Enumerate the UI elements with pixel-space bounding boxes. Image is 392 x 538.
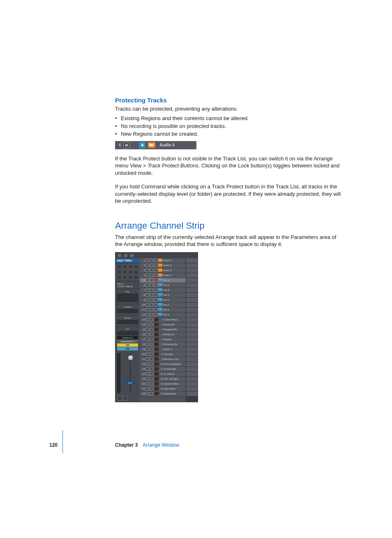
arrange-lane-segment[interactable] (186, 332, 198, 337)
track-row[interactable]: 2816Soundtrack (140, 392, 186, 397)
track-row[interactable]: 131Grand Piano (140, 318, 186, 322)
mute-button[interactable] (146, 278, 149, 282)
solo-button[interactable] (150, 303, 153, 306)
solo-button[interactable] (150, 392, 153, 395)
bypass-button[interactable]: Off (117, 343, 138, 347)
solo-button[interactable] (150, 283, 153, 287)
solo-button[interactable] (123, 396, 128, 401)
mute-button[interactable]: M (123, 142, 130, 148)
solo-button[interactable] (150, 313, 153, 316)
track-row[interactable]: 5Inst 1 (140, 278, 186, 283)
arrange-lane-segment[interactable] (186, 308, 198, 313)
arrange-lane-segment[interactable] (186, 278, 198, 283)
solo-button[interactable] (150, 293, 153, 297)
traffic-light-icon[interactable] (117, 253, 122, 258)
mute-button[interactable] (146, 348, 149, 351)
tool-button[interactable] (117, 275, 122, 280)
mute-button[interactable] (146, 298, 149, 301)
arrange-lane-segment[interactable] (186, 258, 198, 263)
lock-icon[interactable] (139, 142, 145, 148)
solo-button[interactable] (150, 298, 153, 301)
arrange-lane-segment[interactable] (186, 382, 198, 387)
arrange-lane-segment[interactable] (186, 322, 198, 327)
solo-button[interactable] (150, 382, 153, 385)
solo-button[interactable] (150, 367, 153, 371)
arrange-lane-segment[interactable] (186, 318, 198, 322)
arrange-lane-segment[interactable] (186, 352, 198, 357)
output-slot[interactable]: Output1-2 (117, 336, 138, 339)
tool-button[interactable] (122, 264, 127, 269)
volume-fader[interactable]: 0.0 (122, 353, 138, 393)
mute-button[interactable] (146, 357, 149, 361)
track-row[interactable]: 208Trumpet (140, 352, 186, 357)
tool-button[interactable] (128, 264, 133, 269)
track-row[interactable]: 164Muted Gt. (140, 332, 186, 337)
solo-button[interactable] (150, 318, 153, 321)
record-enable-button[interactable] (154, 313, 157, 316)
tool-button[interactable] (134, 264, 138, 269)
track-row[interactable]: 2210Drums Mapped (140, 362, 186, 367)
record-enable-button[interactable] (154, 293, 157, 297)
track-row[interactable]: 197Brass 1 (140, 347, 186, 352)
solo-button[interactable] (150, 328, 153, 331)
track-row[interactable]: 2614Square Wave (140, 382, 186, 387)
mute-button[interactable] (146, 303, 149, 306)
solo-button[interactable] (150, 274, 153, 277)
bypass-button[interactable]: Off (117, 347, 138, 350)
record-enable-button[interactable] (154, 269, 157, 272)
mute-button[interactable] (146, 382, 149, 385)
fader-knob-icon[interactable] (128, 355, 134, 361)
track-row[interactable]: 7Inst 3 (140, 288, 186, 293)
track-row[interactable]: 12Inst 4 (140, 313, 186, 318)
arrange-lane-segment[interactable] (186, 293, 198, 298)
solo-button[interactable] (150, 372, 153, 376)
mute-button[interactable] (146, 367, 149, 371)
arrange-lane-segment[interactable] (186, 283, 198, 288)
arrange-lane-segment[interactable] (186, 372, 198, 377)
mute-button[interactable] (146, 343, 149, 346)
mute-button[interactable] (146, 338, 149, 341)
inserts-section[interactable]: Inserts (115, 304, 140, 315)
tool-button[interactable] (117, 270, 122, 274)
arrange-lane-segment[interactable] (186, 273, 198, 278)
track-row[interactable]: 2Audio 2 (140, 263, 186, 268)
tool-button[interactable] (122, 275, 127, 280)
arrange-lane-segment[interactable] (186, 362, 198, 367)
arrange-lane-segment[interactable] (186, 263, 198, 268)
solo-button[interactable] (150, 308, 153, 311)
mute-button[interactable] (146, 259, 149, 262)
solo-button[interactable] (150, 288, 153, 292)
solo-button[interactable] (150, 343, 153, 346)
tool-button[interactable] (128, 270, 133, 274)
record-enable-button[interactable] (154, 288, 157, 292)
mute-button[interactable] (146, 274, 149, 277)
track-row[interactable]: 175Strings (140, 337, 186, 342)
arrange-lane-segment[interactable] (186, 298, 198, 303)
arrange-lane-segment[interactable] (186, 347, 198, 352)
traffic-light-icon[interactable] (123, 253, 128, 258)
solo-button[interactable] (150, 259, 153, 262)
tool-button[interactable] (134, 275, 138, 280)
mute-button[interactable] (146, 333, 149, 336)
mute-button[interactable] (146, 288, 149, 292)
track-row[interactable]: 2513Syn. Strings1 (140, 377, 186, 382)
track-row[interactable]: 3Audio 3 (140, 268, 186, 273)
mute-button[interactable] (146, 313, 149, 316)
record-enable-button[interactable] (154, 303, 157, 306)
record-enable-button[interactable] (154, 278, 157, 282)
mute-button[interactable] (146, 377, 149, 380)
solo-button[interactable] (150, 348, 153, 351)
tool-button[interactable] (117, 264, 122, 269)
record-enable-button[interactable] (154, 298, 157, 301)
mute-button[interactable] (146, 308, 149, 311)
tool-button[interactable] (128, 275, 133, 280)
track-row[interactable]: 4Audio 4 (140, 273, 186, 278)
track-row[interactable]: 142Polysynth (140, 322, 186, 327)
track-row[interactable]: 8Inst 4 (140, 293, 186, 298)
mute-button[interactable] (146, 269, 149, 272)
mute-button[interactable] (146, 362, 149, 366)
solo-button[interactable] (150, 387, 153, 390)
track-row[interactable]: 6Inst 2 (140, 283, 186, 288)
solo-button[interactable] (150, 352, 153, 356)
mute-button[interactable] (146, 293, 149, 297)
